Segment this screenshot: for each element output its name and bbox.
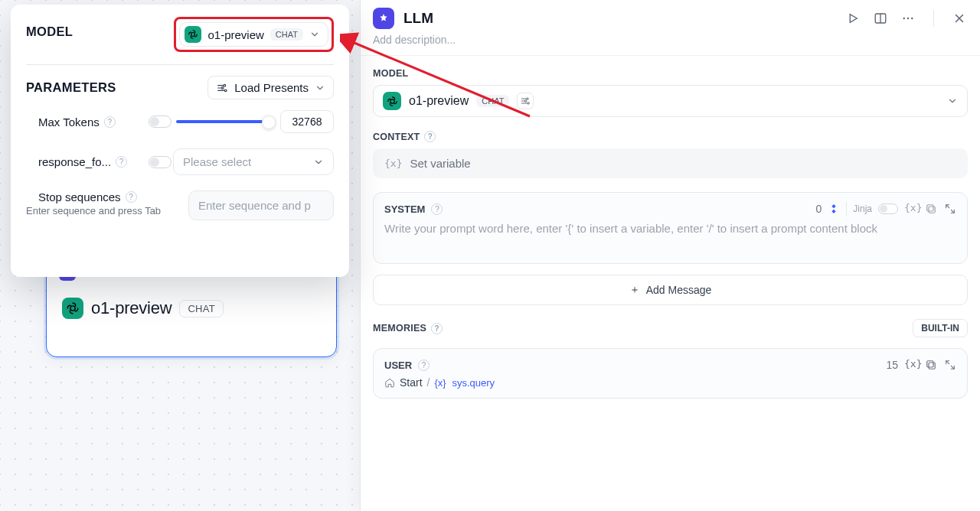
copy-button[interactable] [924,358,938,372]
help-icon[interactable]: ? [126,191,137,203]
max-tokens-toggle[interactable] [149,116,172,128]
model-heading: MODEL [26,24,73,39]
jinja-label: Jinja [853,203,872,214]
home-icon [384,377,395,388]
insert-variable-button[interactable]: {x} [904,358,918,372]
model-config-popover: MODEL o1-preview CHAT PARAMETERS Load Pr… [11,5,349,277]
expand-button[interactable] [944,359,956,371]
model-dropdown-pill: CHAT [270,28,303,41]
plus-icon: ＋ [629,283,640,297]
node-model-pill: CHAT [179,300,223,317]
openai-icon [383,92,401,110]
user-prompt-content[interactable]: Start / {x} sys.query [384,376,956,389]
param-response-format: response_fo...? Please select [26,148,334,175]
stop-sequences-label: Stop sequences [38,190,121,203]
description-input[interactable]: Add description... [361,34,980,56]
context-section-label: CONTEXT? [373,131,968,142]
add-message-button[interactable]: ＋ Add Message [373,275,968,305]
user-prompt-card: USER ? 15 {x} Start / {x} sys.query [373,348,968,399]
chevron-down-icon [315,83,325,93]
help-icon[interactable]: ? [116,156,127,168]
start-node-ref: Start [400,376,423,389]
max-tokens-label: Max Tokens [38,116,100,129]
chevron-down-icon [309,29,320,40]
divider [933,10,934,27]
ai-generate-icon[interactable] [828,203,840,215]
run-button[interactable] [846,11,860,25]
user-token-count: 15 [886,359,898,371]
llm-badge-icon [373,8,394,29]
set-variable-button[interactable]: {x} Set variable [373,148,968,178]
stop-sequences-hint: Enter sequence and press Tab [26,205,179,217]
system-heading: SYSTEM [384,203,425,215]
memories-section-label: MEMORIES? [373,323,443,334]
response-format-label: response_fo... [38,155,111,168]
memories-builtin-pill: BUILT-IN [913,319,968,337]
model-name: o1-preview [409,94,469,108]
help-icon[interactable]: ? [418,360,430,371]
expand-button[interactable] [944,203,956,215]
system-token-count: 0 [816,203,822,215]
braces-icon: {x} [384,158,402,169]
load-presets-button[interactable]: Load Presents [207,76,334,99]
help-icon[interactable]: ? [431,323,443,334]
model-type-pill: CHAT [476,95,509,107]
chevron-down-icon [313,157,324,168]
model-dropdown-name: o1-preview [207,28,263,41]
model-settings-button[interactable] [517,93,534,109]
node-model-name: o1-preview [91,298,172,318]
openai-icon [185,26,201,43]
parameters-heading: PARAMETERS [26,80,116,95]
model-section-label: MODEL [373,68,968,79]
panel-toggle-button[interactable] [874,11,887,25]
user-heading: USER [384,360,412,371]
close-panel-button[interactable] [952,11,966,25]
chevron-down-icon [947,96,958,106]
stop-sequences-input[interactable]: Enter sequence and p [188,190,334,220]
model-dropdown[interactable]: o1-preview CHAT [179,22,328,47]
response-format-select[interactable]: Please select [173,148,334,175]
node-config-panel: Add description... MODEL o1-preview CHAT… [360,0,980,511]
max-tokens-slider[interactable] [176,120,270,123]
jinja-toggle[interactable] [878,203,898,214]
system-prompt-card: SYSTEM ? 0 Jinja {x} Write your prompt w… [373,192,968,264]
param-max-tokens: Max Tokens? 32768 [26,110,334,133]
response-format-toggle[interactable] [149,156,172,168]
help-icon[interactable]: ? [424,131,436,142]
openai-icon [62,298,83,319]
help-icon[interactable]: ? [431,203,443,215]
more-menu-button[interactable] [901,11,915,25]
insert-variable-button[interactable]: {x} [904,202,918,216]
param-stop-sequences: Stop sequences? Enter sequence and press… [26,190,334,220]
help-icon[interactable]: ? [104,116,116,128]
max-tokens-value[interactable]: 32768 [280,110,334,133]
highlight-annotation: o1-preview CHAT [174,17,334,52]
node-title-input[interactable] [402,9,555,28]
model-selector[interactable]: o1-preview CHAT [373,85,968,117]
system-prompt-input[interactable]: Write your prompt word here, enter '{' t… [384,220,956,254]
copy-button[interactable] [924,202,938,216]
